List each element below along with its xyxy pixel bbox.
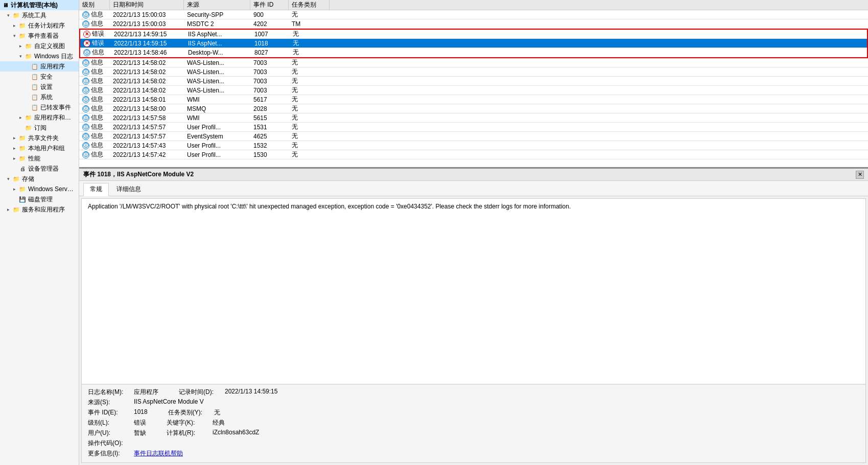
sidebar-item-forwarded-events[interactable]: 📋 已转发事件	[0, 102, 79, 112]
sidebar-item-shared-folders[interactable]: ▸ 📁 共享文件夹	[0, 133, 79, 143]
cell-level: ⓘ信息	[79, 122, 110, 132]
field-value-computer: iZcln8osah63cdZ	[213, 429, 259, 437]
col-header-eventid[interactable]: 事件 ID	[250, 0, 289, 10]
sidebar-item-custom-views[interactable]: ▸ 📁 自定义视图	[0, 41, 79, 51]
table-row[interactable]: ⓘ信息 2022/1/13 14:57:57 EventSystem 4625 …	[79, 132, 868, 141]
folder-icon: 📁	[25, 42, 33, 50]
field-label-computer: 计算机(R):	[167, 429, 213, 437]
cell-datetime: 2022/1/13 14:57:57	[110, 123, 184, 131]
table-row[interactable]: ⓘ信息 2022/1/13 14:57:43 User Profil... 15…	[79, 141, 868, 150]
cell-eventid: 5617	[250, 96, 289, 104]
sidebar-item-subscriptions[interactable]: 📁 订阅	[0, 123, 79, 133]
cell-taskcat: 无	[289, 85, 330, 95]
sidebar-item-device-manager[interactable]: 🖨 设备管理器	[0, 164, 79, 174]
col-header-source[interactable]: 来源	[184, 0, 250, 10]
table-row[interactable]: ⓘ信息 2022/1/13 14:58:02 WAS-Listen... 700…	[79, 77, 868, 86]
table-row[interactable]: ⓘ信息 2022/1/13 14:58:01 WMI 5617 无	[79, 95, 868, 104]
field-row-level: 级别(L): 错误 关键字(K): 经典	[88, 418, 859, 427]
table-row[interactable]: ⓘ信息 2022/1/13 14:57:58 WMI 5615 无	[79, 113, 868, 123]
cell-source: User Profil...	[184, 151, 250, 159]
cell-source: MSDTC 2	[184, 20, 250, 28]
sidebar-label-setup: 设置	[40, 83, 53, 91]
table-row[interactable]: ⓘ信息 2022/1/13 14:58:02 WAS-Listen... 700…	[79, 86, 868, 95]
col-header-datetime[interactable]: 日期和时间	[110, 0, 184, 10]
cell-level: ⓘ信息	[79, 113, 110, 123]
col-header-taskcat[interactable]: 任务类别	[289, 0, 330, 10]
cell-level: ✕错误	[80, 29, 111, 39]
sidebar-item-windows-logs[interactable]: ▾ 📁 Windows 日志	[0, 51, 79, 61]
table-row[interactable]: ✕错误 2022/1/13 14:59:15 IIS AspNet... 101…	[80, 39, 867, 48]
table-row[interactable]: ⓘ信息 2022/1/13 15:00:03 MSDTC 2 4202 TM	[79, 19, 868, 29]
sidebar-item-services-apps[interactable]: ▸ 📁 服务和应用程序	[0, 204, 79, 215]
field-value-logname: 应用程序	[134, 388, 158, 397]
cell-datetime: 2022/1/13 15:00:03	[110, 20, 184, 28]
sidebar-item-setup[interactable]: 📋 设置	[0, 82, 79, 92]
folder-icon: 📁	[12, 11, 20, 19]
table-row[interactable]: ⓘ信息 2022/1/13 14:58:00 MSMQ 2028 无	[79, 104, 868, 113]
field-row-user: 用户(U): 暂缺 计算机(R): iZcln8osah63cdZ	[88, 429, 859, 437]
sidebar-item-performance[interactable]: ▸ 📁 性能	[0, 153, 79, 164]
col-header-level[interactable]: 级别	[79, 0, 110, 10]
disk-icon: 💾	[18, 195, 27, 203]
cell-taskcat: TM	[289, 20, 330, 28]
sidebar-item-local-users[interactable]: ▸ 📁 本地用户和组	[0, 143, 79, 153]
tab-details[interactable]: 详细信息	[110, 183, 148, 196]
expand-arrow: ▾	[13, 33, 18, 38]
field-row-opcode: 操作代码(O):	[88, 439, 859, 448]
field-label-record-time: 记录时间(D):	[179, 388, 225, 397]
log-icon: 📋	[31, 103, 39, 111]
tab-general[interactable]: 常规	[83, 183, 109, 196]
sidebar-item-task-scheduler[interactable]: ▸ 📁 任务计划程序	[0, 20, 79, 31]
table-row[interactable]: ⓘ信息 2022/1/13 14:58:02 WAS-Listen... 700…	[79, 58, 868, 67]
info-icon: ⓘ	[82, 78, 89, 85]
cell-datetime: 2022/1/13 14:58:02	[110, 86, 184, 95]
cell-level: ⓘ信息	[79, 131, 110, 141]
sidebar-item-windows-server-backup[interactable]: ▸ 📁 Windows Server Back	[0, 184, 79, 194]
field-label-level: 级别(L):	[88, 418, 134, 427]
table-row[interactable]: ✕错误 2022/1/13 14:59:15 IIS AspNet... 100…	[80, 30, 867, 39]
cell-datetime: 2022/1/13 14:57:58	[110, 114, 184, 122]
detail-header: 事件 1018，IIS AspNetCore Module V2 ✕	[79, 169, 868, 181]
folder-icon: 📁	[18, 21, 27, 30]
cell-datetime: 2022/1/13 15:00:03	[110, 11, 184, 19]
sidebar-label-application: 应用程序	[40, 62, 65, 71]
log-icon: 📋	[31, 93, 39, 101]
table-row[interactable]: ⓘ信息 2022/1/13 14:57:57 User Profil... 15…	[79, 123, 868, 132]
sidebar-label-custom-views: 自定义视图	[34, 42, 65, 51]
close-button[interactable]: ✕	[856, 171, 864, 179]
main-content: 级别 日期和时间 来源 事件 ID 任务类别 ⓘ信息 2022/1/13 15:…	[79, 0, 868, 465]
folder-icon: 📁	[18, 134, 27, 142]
sidebar-item-event-viewer[interactable]: ▾ 📁 事件查看器	[0, 31, 79, 41]
cell-level: ⓘ信息	[79, 150, 110, 159]
expand-arrow: ▾	[7, 13, 12, 18]
sidebar-item-disk-management[interactable]: 💾 磁盘管理	[0, 194, 79, 204]
sidebar-item-system-tools[interactable]: ▾ 📁 系统工具	[0, 10, 79, 20]
table-row[interactable]: ⓘ信息 2022/1/13 14:58:46 Desktop-W... 8027…	[80, 48, 867, 57]
table-row[interactable]: ⓘ信息 2022/1/13 15:00:03 Security-SPP 900 …	[79, 10, 868, 19]
cell-eventid: 2028	[250, 105, 289, 113]
cell-source: Security-SPP	[184, 11, 250, 19]
cell-level: ⓘ信息	[80, 48, 111, 57]
sidebar-title[interactable]: 🖥 计算机管理(本地)	[0, 0, 79, 10]
cell-datetime: 2022/1/13 14:57:57	[110, 132, 184, 141]
more-info-link[interactable]: 事件日志联机帮助	[134, 449, 183, 458]
device-icon: 🖨	[18, 165, 27, 173]
info-icon: ⓘ	[82, 133, 89, 140]
sidebar-item-storage[interactable]: ▾ 📁 存储	[0, 174, 79, 184]
table-row[interactable]: ⓘ信息 2022/1/13 14:57:42 User Profil... 15…	[79, 150, 868, 159]
sidebar-item-app-service-logs[interactable]: ▸ 📁 应用程序和服务日志	[0, 112, 79, 123]
sidebar-label-device-manager: 设备管理器	[28, 165, 59, 173]
table-row[interactable]: ⓘ信息 2022/1/13 14:58:02 WAS-Listen... 700…	[79, 67, 868, 77]
sidebar-item-application[interactable]: 📋 应用程序	[0, 61, 79, 72]
expand-arrow: ▸	[13, 156, 18, 161]
cell-datetime: 2022/1/13 14:58:00	[110, 105, 184, 113]
sidebar-item-security[interactable]: 📋 安全	[0, 72, 79, 82]
sidebar-item-system[interactable]: 📋 系统	[0, 92, 79, 102]
expand-arrow: ▾	[19, 54, 25, 59]
sidebar-label-local-users: 本地用户和组	[28, 144, 65, 153]
cell-source: IIS AspNet...	[185, 39, 251, 48]
sidebar-label-windows-server-backup: Windows Server Back	[28, 185, 77, 193]
log-icon: 📋	[31, 62, 39, 71]
info-icon: ⓘ	[82, 87, 89, 94]
cell-taskcat: 无	[289, 141, 330, 150]
